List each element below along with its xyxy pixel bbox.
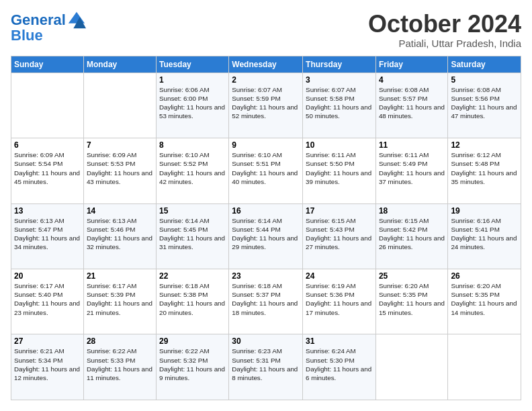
calendar-cell: 29Sunrise: 6:22 AM Sunset: 5:32 PM Dayli… <box>156 334 228 400</box>
calendar-week-row: 20Sunrise: 6:17 AM Sunset: 5:40 PM Dayli… <box>11 269 521 334</box>
calendar-cell: 31Sunrise: 6:24 AM Sunset: 5:30 PM Dayli… <box>303 334 376 400</box>
day-number: 3 <box>306 75 373 85</box>
day-number: 31 <box>306 336 373 346</box>
calendar-week-row: 13Sunrise: 6:13 AM Sunset: 5:47 PM Dayli… <box>11 203 521 269</box>
calendar-cell: 22Sunrise: 6:18 AM Sunset: 5:38 PM Dayli… <box>156 269 228 334</box>
day-info: Sunrise: 6:11 AM Sunset: 5:49 PM Dayligh… <box>379 150 445 186</box>
calendar-cell <box>375 334 447 400</box>
calendar-cell: 17Sunrise: 6:15 AM Sunset: 5:43 PM Dayli… <box>303 203 376 269</box>
calendar-cell: 2Sunrise: 6:07 AM Sunset: 5:59 PM Daylig… <box>229 73 303 138</box>
dow-header: Monday <box>83 56 156 73</box>
calendar-week-row: 6Sunrise: 6:09 AM Sunset: 5:54 PM Daylig… <box>11 138 521 203</box>
calendar-cell: 27Sunrise: 6:21 AM Sunset: 5:34 PM Dayli… <box>11 334 84 400</box>
day-info: Sunrise: 6:18 AM Sunset: 5:37 PM Dayligh… <box>232 281 300 317</box>
day-number: 21 <box>87 271 153 281</box>
calendar-cell: 5Sunrise: 6:08 AM Sunset: 5:56 PM Daylig… <box>448 73 521 138</box>
day-info: Sunrise: 6:18 AM Sunset: 5:38 PM Dayligh… <box>159 281 226 317</box>
day-info: Sunrise: 6:09 AM Sunset: 5:54 PM Dayligh… <box>14 150 81 186</box>
title-block: October 2024 Patiali, Uttar Pradesh, Ind… <box>368 11 521 49</box>
calendar-cell: 7Sunrise: 6:09 AM Sunset: 5:53 PM Daylig… <box>83 138 156 203</box>
day-number: 9 <box>232 140 300 150</box>
day-info: Sunrise: 6:08 AM Sunset: 5:56 PM Dayligh… <box>451 85 518 121</box>
calendar-body: 1Sunrise: 6:06 AM Sunset: 6:00 PM Daylig… <box>11 73 521 400</box>
calendar-cell: 14Sunrise: 6:13 AM Sunset: 5:46 PM Dayli… <box>83 203 156 269</box>
dow-header: Saturday <box>448 56 521 73</box>
day-info: Sunrise: 6:14 AM Sunset: 5:44 PM Dayligh… <box>232 216 300 252</box>
day-number: 6 <box>14 140 81 150</box>
day-info: Sunrise: 6:23 AM Sunset: 5:31 PM Dayligh… <box>232 347 300 382</box>
month-title: October 2024 <box>368 11 521 38</box>
day-info: Sunrise: 6:06 AM Sunset: 6:00 PM Dayligh… <box>159 85 226 121</box>
calendar-cell: 16Sunrise: 6:14 AM Sunset: 5:44 PM Dayli… <box>229 203 303 269</box>
calendar-cell <box>83 73 156 138</box>
day-number: 2 <box>232 75 300 85</box>
day-info: Sunrise: 6:20 AM Sunset: 5:35 PM Dayligh… <box>451 281 518 317</box>
dow-header: Tuesday <box>156 56 228 73</box>
days-of-week-row: SundayMondayTuesdayWednesdayThursdayFrid… <box>11 56 521 73</box>
day-info: Sunrise: 6:10 AM Sunset: 5:51 PM Dayligh… <box>232 150 300 186</box>
header: General Blue October 2024 Patiali, Uttar… <box>11 11 521 49</box>
day-number: 23 <box>232 271 300 281</box>
day-number: 27 <box>14 336 81 346</box>
day-info: Sunrise: 6:17 AM Sunset: 5:40 PM Dayligh… <box>14 281 81 317</box>
calendar-cell: 26Sunrise: 6:20 AM Sunset: 5:35 PM Dayli… <box>448 269 521 334</box>
calendar-cell: 19Sunrise: 6:16 AM Sunset: 5:41 PM Dayli… <box>448 203 521 269</box>
day-info: Sunrise: 6:17 AM Sunset: 5:39 PM Dayligh… <box>87 281 153 317</box>
day-info: Sunrise: 6:16 AM Sunset: 5:41 PM Dayligh… <box>451 216 518 252</box>
day-number: 29 <box>159 336 226 346</box>
day-number: 18 <box>379 206 445 216</box>
calendar-cell: 24Sunrise: 6:19 AM Sunset: 5:36 PM Dayli… <box>303 269 376 334</box>
dow-header: Friday <box>375 56 447 73</box>
day-number: 11 <box>379 140 445 150</box>
day-number: 20 <box>14 271 81 281</box>
day-info: Sunrise: 6:15 AM Sunset: 5:42 PM Dayligh… <box>379 216 445 252</box>
day-number: 22 <box>159 271 226 281</box>
day-number: 4 <box>379 75 445 85</box>
calendar-cell: 13Sunrise: 6:13 AM Sunset: 5:47 PM Dayli… <box>11 203 84 269</box>
day-info: Sunrise: 6:11 AM Sunset: 5:50 PM Dayligh… <box>306 150 373 186</box>
day-number: 1 <box>159 75 226 85</box>
day-info: Sunrise: 6:07 AM Sunset: 5:59 PM Dayligh… <box>232 85 300 121</box>
calendar-cell: 25Sunrise: 6:20 AM Sunset: 5:35 PM Dayli… <box>375 269 447 334</box>
day-number: 28 <box>87 336 153 346</box>
calendar-cell: 9Sunrise: 6:10 AM Sunset: 5:51 PM Daylig… <box>229 138 303 203</box>
calendar-cell: 28Sunrise: 6:22 AM Sunset: 5:33 PM Dayli… <box>83 334 156 400</box>
location: Patiali, Uttar Pradesh, India <box>368 38 521 49</box>
calendar-week-row: 27Sunrise: 6:21 AM Sunset: 5:34 PM Dayli… <box>11 334 521 400</box>
day-info: Sunrise: 6:09 AM Sunset: 5:53 PM Dayligh… <box>87 150 153 186</box>
day-info: Sunrise: 6:07 AM Sunset: 5:58 PM Dayligh… <box>306 85 373 121</box>
day-number: 17 <box>306 206 373 216</box>
calendar-cell: 4Sunrise: 6:08 AM Sunset: 5:57 PM Daylig… <box>375 73 447 138</box>
day-info: Sunrise: 6:08 AM Sunset: 5:57 PM Dayligh… <box>379 85 445 121</box>
calendar-week-row: 1Sunrise: 6:06 AM Sunset: 6:00 PM Daylig… <box>11 73 521 138</box>
day-info: Sunrise: 6:10 AM Sunset: 5:52 PM Dayligh… <box>159 150 226 186</box>
day-info: Sunrise: 6:12 AM Sunset: 5:48 PM Dayligh… <box>451 150 518 186</box>
day-number: 24 <box>306 271 373 281</box>
day-number: 14 <box>87 206 153 216</box>
day-number: 13 <box>14 206 81 216</box>
day-number: 25 <box>379 271 445 281</box>
calendar-cell <box>448 334 521 400</box>
day-number: 12 <box>451 140 518 150</box>
calendar-cell: 3Sunrise: 6:07 AM Sunset: 5:58 PM Daylig… <box>303 73 376 138</box>
day-info: Sunrise: 6:21 AM Sunset: 5:34 PM Dayligh… <box>14 347 81 382</box>
day-number: 15 <box>159 206 226 216</box>
day-info: Sunrise: 6:15 AM Sunset: 5:43 PM Dayligh… <box>306 216 373 252</box>
calendar-cell: 23Sunrise: 6:18 AM Sunset: 5:37 PM Dayli… <box>229 269 303 334</box>
day-info: Sunrise: 6:24 AM Sunset: 5:30 PM Dayligh… <box>306 347 373 382</box>
logo-icon <box>67 11 86 30</box>
page: General Blue October 2024 Patiali, Uttar… <box>0 0 532 411</box>
day-number: 30 <box>232 336 300 346</box>
dow-header: Sunday <box>11 56 84 73</box>
dow-header: Thursday <box>303 56 376 73</box>
calendar-cell: 11Sunrise: 6:11 AM Sunset: 5:49 PM Dayli… <box>375 138 447 203</box>
logo: General Blue <box>11 11 86 44</box>
day-info: Sunrise: 6:22 AM Sunset: 5:32 PM Dayligh… <box>159 347 226 382</box>
calendar-cell: 21Sunrise: 6:17 AM Sunset: 5:39 PM Dayli… <box>83 269 156 334</box>
day-info: Sunrise: 6:13 AM Sunset: 5:47 PM Dayligh… <box>14 216 81 252</box>
day-info: Sunrise: 6:14 AM Sunset: 5:45 PM Dayligh… <box>159 216 226 252</box>
day-number: 7 <box>87 140 153 150</box>
calendar-cell: 10Sunrise: 6:11 AM Sunset: 5:50 PM Dayli… <box>303 138 376 203</box>
calendar-cell: 1Sunrise: 6:06 AM Sunset: 6:00 PM Daylig… <box>156 73 228 138</box>
logo-text: General <box>11 12 66 28</box>
